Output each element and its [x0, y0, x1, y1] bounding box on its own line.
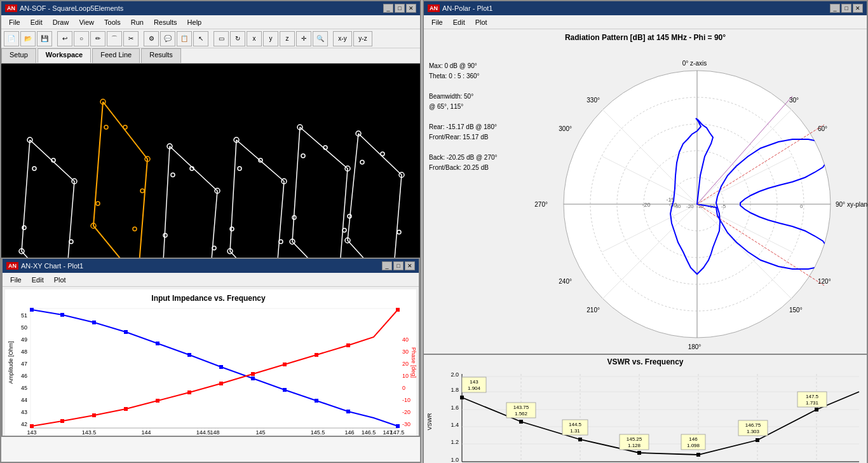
phase-dot-12 [396, 308, 400, 312]
svg-point-28 [230, 227, 234, 231]
svg-point-6 [140, 189, 144, 193]
y-right-30: 30 [402, 349, 409, 355]
close-btn[interactable]: ✕ [406, 4, 416, 13]
tb-save[interactable]: 💾 [37, 31, 52, 46]
tb-flip-y[interactable]: y [263, 31, 278, 46]
amp-dot-12 [396, 424, 400, 428]
maximize-btn[interactable]: □ [395, 4, 405, 13]
deg-270: 270° [534, 201, 548, 208]
tb-undo[interactable]: ↩ [57, 31, 72, 46]
y-left-48: 48 [21, 349, 27, 355]
amp-dot-7 [219, 365, 223, 369]
tb-open[interactable]: 📂 [20, 31, 36, 46]
polar-menu-edit[interactable]: Edit [448, 17, 470, 27]
svg-point-44 [397, 230, 401, 234]
xy-menu-plot[interactable]: Plot [49, 275, 71, 285]
vswr-label-143-freq: 143 [470, 379, 478, 385]
vswr-window: VSWR vs. Frequency VSWR 1.0 1.2 1.4 1.6 … [424, 354, 867, 463]
menu-help[interactable]: Help [182, 17, 207, 27]
y-left-42: 42 [21, 421, 27, 427]
db-scale-20: -20 [686, 204, 694, 209]
tb-move[interactable]: ✛ [296, 31, 311, 46]
svg-point-51 [32, 167, 36, 170]
tb-circle[interactable]: ○ [74, 31, 89, 46]
vswr-label-146.75-val: 1.303 [747, 429, 760, 434]
y-left-50: 50 [21, 324, 27, 331]
deg-90: 90° xy-plane [836, 201, 868, 208]
xy-minimize[interactable]: _ [382, 261, 392, 270]
polar-minimize[interactable]: _ [830, 4, 840, 13]
tb-flip-z[interactable]: z [280, 31, 295, 46]
polar-svg: -30 -20 -15 -30 -20 -15 -10 -5 0 0° z-ax… [424, 45, 868, 357]
svg-point-15 [171, 173, 175, 177]
polar-maximize[interactable]: □ [841, 4, 851, 13]
tb-doc[interactable]: 📋 [177, 31, 192, 46]
antenna-element-5 [345, 131, 404, 258]
antenna-element-1 [91, 99, 150, 258]
deg-330: 330° [587, 97, 600, 104]
y-left-47: 47 [21, 361, 27, 367]
tb-delete[interactable]: ✂ [123, 31, 139, 46]
tb-flip-x[interactable]: x [247, 31, 262, 46]
y-right-40: 40 [402, 336, 409, 343]
tb-rotate[interactable]: ↻ [230, 31, 245, 46]
tb-select[interactable]: ▭ [214, 31, 229, 46]
polar-icon: AN [428, 4, 440, 12]
menu-edit[interactable]: Edit [25, 17, 48, 27]
menu-tools[interactable]: Tools [99, 17, 126, 27]
phase-dot-1 [30, 424, 34, 428]
vswr-y-1.6: 1.6 [451, 404, 459, 411]
menu-file[interactable]: File [4, 17, 25, 27]
tb-arc[interactable]: ⌒ [107, 31, 122, 46]
x-147.5: 147.5 [390, 429, 405, 436]
minimize-btn[interactable]: _ [383, 4, 393, 13]
deg-150: 150° [789, 307, 803, 314]
freq-axis-label-148: 148 [210, 429, 219, 436]
tb-cursor[interactable]: ↖ [193, 31, 208, 46]
polar-menu-plot[interactable]: Plot [470, 17, 492, 27]
tab-results[interactable]: Results [141, 48, 181, 63]
tb-yz[interactable]: y-z [353, 31, 372, 46]
amplitude-line [32, 310, 398, 426]
menu-results[interactable]: Results [149, 17, 182, 27]
vswr-y-1.2: 1.2 [451, 439, 459, 445]
vswr-label-146.75-freq: 146.75 [745, 422, 761, 428]
xy-maximize[interactable]: □ [393, 261, 403, 270]
tb-xy[interactable]: x-y [333, 31, 352, 46]
xy-menu-file[interactable]: File [5, 275, 27, 285]
amp-dot-3 [92, 321, 96, 324]
x-145: 145 [255, 429, 265, 436]
xy-close[interactable]: ✕ [405, 261, 415, 270]
vswr-y-1.8: 1.8 [451, 387, 459, 393]
svg-point-24 [238, 167, 241, 170]
deg-300: 300° [559, 125, 572, 132]
tab-setup[interactable]: Setup [1, 48, 36, 63]
menu-run[interactable]: Run [126, 17, 149, 27]
vswr-dot-145.25 [637, 451, 641, 455]
polar-close[interactable]: ✕ [853, 4, 863, 13]
vswr-y-2.0: 2.0 [451, 371, 459, 378]
tb-new[interactable]: 📄 [4, 31, 19, 46]
tab-workspace[interactable]: Workspace [37, 48, 92, 63]
y-right-0: 0 [402, 385, 405, 391]
tb-zoom-in[interactable]: 🔍 [313, 31, 328, 46]
main-toolbar: 📄 📂 💾 ↩ ○ ✏ ⌒ ✂ ⚙ 💬 📋 ↖ ▭ ↻ x y z ✛ 🔍 x-… [1, 29, 420, 48]
vswr-label-146-freq: 146 [689, 436, 698, 442]
tb-comment[interactable]: 💬 [160, 31, 175, 46]
xy-menu-edit[interactable]: Edit [27, 275, 49, 285]
tb-gear[interactable]: ⚙ [144, 31, 159, 46]
tab-feedline[interactable]: Feed Line [92, 48, 140, 63]
menu-draw[interactable]: Draw [48, 17, 74, 27]
menu-view[interactable]: View [74, 17, 99, 27]
phase-dot-4 [124, 407, 128, 411]
y-left-51: 51 [21, 312, 27, 319]
polar-menu-file[interactable]: File [426, 17, 448, 27]
svg-point-43 [381, 152, 384, 156]
vswr-dot-143.75 [519, 420, 523, 424]
tb-pencil[interactable]: ✏ [90, 31, 105, 46]
x-146.5: 146.5 [362, 429, 376, 436]
polar-chart-title: Radiation Pattern [dB] at 145 MHz - Phi … [424, 29, 867, 43]
deg-0: 0° z-axis [682, 60, 707, 67]
svg-point-7 [133, 227, 137, 231]
vswr-label-146-val: 1.098 [687, 443, 700, 448]
